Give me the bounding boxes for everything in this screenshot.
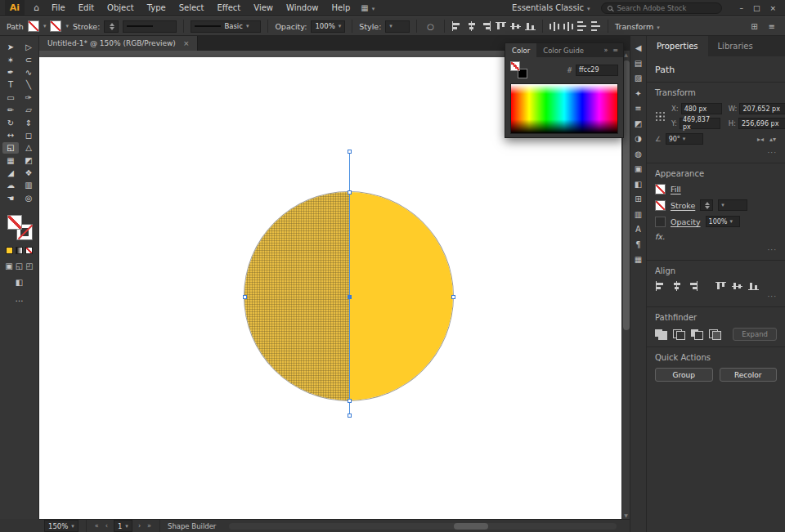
menu-file[interactable]: File xyxy=(46,3,71,12)
document-tab[interactable]: Untitled-1* @ 150% (RGB/Preview) × xyxy=(39,36,198,51)
menu-select[interactable]: Select xyxy=(173,3,210,12)
fill-swatch[interactable] xyxy=(28,20,39,32)
fx-icon[interactable]: fx. xyxy=(655,232,665,241)
swatches-panel-icon[interactable]: ▤ xyxy=(635,59,642,68)
anchor-point-center[interactable] xyxy=(348,295,352,299)
align-horizontal-center-icon[interactable] xyxy=(466,21,477,31)
opacity-field[interactable]: 100%▾ xyxy=(311,20,345,33)
width-tool[interactable]: ↔ xyxy=(2,129,19,141)
libraries-panel-icon[interactable]: ▦ xyxy=(635,255,642,264)
align-right-icon[interactable] xyxy=(688,281,698,291)
screen-mode-icon[interactable]: ◧ xyxy=(0,278,38,287)
zoom-tool[interactable]: ◎ xyxy=(20,192,37,203)
workspace-switcher[interactable]: Essentials Classic xyxy=(512,3,590,12)
hex-field[interactable]: ffcc29 xyxy=(576,65,618,76)
stroke-panel-icon[interactable]: ≡ xyxy=(635,104,641,113)
stroke-weight-field[interactable] xyxy=(700,199,713,211)
align-bottom-icon[interactable] xyxy=(748,281,759,291)
menu-object[interactable]: Object xyxy=(101,3,140,12)
menu-window[interactable]: Window xyxy=(280,3,324,12)
stroke-unit-dropdown[interactable]: ▾ xyxy=(718,199,747,211)
scroll-up-icon[interactable]: ▲ xyxy=(624,51,628,57)
align-vertical-center-icon[interactable] xyxy=(732,281,742,291)
expand-button[interactable]: Expand xyxy=(733,328,777,341)
color-spectrum[interactable] xyxy=(510,83,618,134)
align-top-icon[interactable] xyxy=(496,21,506,31)
hand-tool[interactable]: ☚ xyxy=(2,192,19,203)
distribute-horizontal-space-icon[interactable] xyxy=(563,21,573,31)
recolor-artwork-icon[interactable]: ○ xyxy=(424,22,437,31)
shape-builder-tool[interactable]: ◱ xyxy=(2,142,19,154)
flip-horizontal-icon[interactable]: ▸◂ xyxy=(756,136,765,143)
gradient-swatch[interactable] xyxy=(16,247,23,254)
y-field[interactable]: 469,837 px xyxy=(680,118,720,129)
tab-color[interactable]: Color xyxy=(505,43,536,57)
mesh-tool[interactable]: ▦ xyxy=(2,154,19,166)
tab-color-guide[interactable]: Color Guide xyxy=(536,43,590,57)
menu-type[interactable]: Type xyxy=(141,3,172,12)
rotate-tool[interactable]: ↻ xyxy=(2,117,19,128)
graphic-styles-panel-icon[interactable]: ▣ xyxy=(635,164,642,173)
first-artboard-icon[interactable]: « xyxy=(94,522,100,530)
artboard-number-dropdown[interactable]: 1▾ xyxy=(114,520,132,532)
pathfinder-unite-icon[interactable] xyxy=(655,329,667,340)
anchor-point-circle-left[interactable] xyxy=(243,295,247,299)
align-bottom-icon[interactable] xyxy=(525,21,536,31)
paragraph-panel-icon[interactable]: ¶ xyxy=(635,240,640,249)
menu-edit[interactable]: Edit xyxy=(73,3,100,12)
arrange-documents-icon[interactable]: ▦ xyxy=(357,3,378,12)
collapse-panel-icon[interactable]: » xyxy=(603,47,608,54)
w-field[interactable]: 207,652 px xyxy=(739,103,785,114)
horizontal-scroll-thumb[interactable] xyxy=(454,523,488,530)
eraser-tool[interactable]: ▱ xyxy=(20,105,37,116)
direct-selection-tool[interactable]: ▷ xyxy=(20,42,37,53)
rectangle-tool[interactable]: ▭ xyxy=(2,92,19,103)
distribute-vertical-space-icon[interactable] xyxy=(591,21,601,31)
symbol-sprayer-tool[interactable]: ☁ xyxy=(2,180,19,191)
tab-properties[interactable]: Properties xyxy=(647,36,708,56)
last-artboard-icon[interactable]: » xyxy=(146,522,152,530)
menu-help[interactable]: Help xyxy=(325,3,356,12)
previous-artboard-icon[interactable]: ‹ xyxy=(105,522,109,530)
tab-libraries[interactable]: Libraries xyxy=(708,36,763,56)
color-fill-swatch[interactable] xyxy=(510,61,520,71)
paintbrush-tool[interactable]: ✑ xyxy=(20,92,37,103)
fill-label[interactable]: Fill xyxy=(671,185,681,194)
menu-effect[interactable]: Effect xyxy=(212,3,247,12)
distribute-horizontal-icon[interactable] xyxy=(550,21,559,31)
appearance-stroke-swatch[interactable] xyxy=(655,200,666,211)
brush-definition-dropdown[interactable]: Basic▾ xyxy=(191,20,261,33)
menu-view[interactable]: View xyxy=(248,3,279,12)
perspective-grid-tool[interactable]: △ xyxy=(20,142,37,154)
align-top-icon[interactable] xyxy=(715,281,726,291)
variable-width-profile-field[interactable] xyxy=(123,20,177,33)
align-horizontal-center-icon[interactable] xyxy=(671,281,682,291)
pathfinder-intersect-icon[interactable] xyxy=(691,329,703,340)
transform-more-options-icon[interactable]: ··· xyxy=(655,149,777,157)
pathfinder-exclude-icon[interactable] xyxy=(709,329,721,340)
align-right-icon[interactable] xyxy=(481,21,491,31)
next-artboard-icon[interactable]: › xyxy=(137,522,141,530)
layers-panel-icon[interactable]: ◧ xyxy=(635,180,642,189)
pen-tool[interactable]: ✒ xyxy=(2,66,19,78)
scale-tool[interactable]: ⇕ xyxy=(20,117,37,128)
draw-normal-icon[interactable]: ▣ xyxy=(5,262,12,270)
anchor-point-line-top[interactable] xyxy=(348,150,352,154)
line-segment-tool[interactable]: ╲ xyxy=(20,79,37,91)
pathfinder-minus-front-icon[interactable] xyxy=(673,329,685,340)
document-close-icon[interactable]: × xyxy=(183,39,190,47)
edit-toolbar-icon[interactable]: … xyxy=(0,294,38,303)
none-swatch[interactable] xyxy=(25,247,33,254)
minimize-button[interactable]: – xyxy=(735,4,747,12)
flip-vertical-icon[interactable]: ▴▾ xyxy=(769,136,777,143)
reference-point-selector[interactable] xyxy=(655,111,666,122)
h-field[interactable]: 256,696 px xyxy=(738,118,785,129)
align-left-icon[interactable] xyxy=(655,281,666,291)
column-graph-tool[interactable]: ▥ xyxy=(20,180,37,191)
stroke-swatch[interactable] xyxy=(50,20,61,32)
search-input[interactable] xyxy=(617,4,711,12)
stroke-caret-icon[interactable]: ▾ xyxy=(65,23,69,29)
align-vertical-center-icon[interactable] xyxy=(510,21,521,31)
blend-tool[interactable]: ❖ xyxy=(20,168,37,179)
horizontal-scrollbar[interactable] xyxy=(229,523,617,530)
